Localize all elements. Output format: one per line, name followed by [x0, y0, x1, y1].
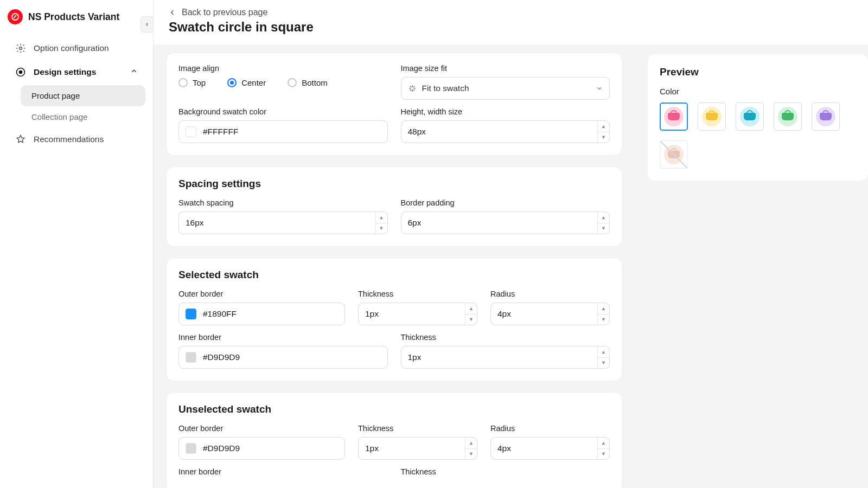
label-thickness: Thickness: [358, 290, 477, 298]
input-selected-outer-thickness[interactable]: 1px ▲▼: [358, 303, 477, 325]
sparkle-icon: [408, 84, 417, 93]
spinner-buttons[interactable]: ▲▼: [597, 438, 609, 459]
input-swatch-spacing[interactable]: 16px ▲▼: [178, 211, 388, 234]
settings-scroll[interactable]: Image align Top Center Bottom Image size…: [154, 44, 635, 488]
svg-point-1: [20, 47, 22, 50]
input-unselected-outer-thickness[interactable]: 1px ▲▼: [358, 437, 477, 460]
panel-selected-swatch: Selected swatch Outer border #1890FF Thi…: [167, 258, 622, 381]
swatch-grid: [660, 102, 856, 169]
swatch-tile[interactable]: [660, 102, 688, 131]
spinner-buttons[interactable]: ▲▼: [597, 121, 609, 143]
color-chip: [186, 443, 196, 454]
panel-unselected-swatch: Unselected swatch Outer border #D9D9D9 T…: [167, 393, 622, 488]
preview-title: Preview: [660, 66, 856, 78]
label-outer-border: Outer border: [178, 290, 345, 298]
panel-spacing: Spacing settings Swatch spacing 16px ▲▼ …: [167, 167, 622, 246]
page-header: Back to previous page Swatch circle in s…: [154, 0, 868, 44]
back-link[interactable]: Back to previous page: [169, 8, 853, 17]
section-title-unselected: Unselected swatch: [178, 403, 610, 415]
color-chip: [186, 126, 196, 137]
design-icon: [15, 67, 26, 78]
gear-icon: [15, 43, 26, 54]
brand-logo: NS Products Variant: [8, 9, 145, 36]
input-selected-inner-border[interactable]: #D9D9D9: [178, 346, 388, 369]
input-bg-swatch-color[interactable]: #FFFFFF: [178, 120, 388, 143]
swatch-tile[interactable]: [774, 102, 802, 131]
back-link-label: Back to previous page: [182, 8, 267, 17]
sidebar-item-label: Design settings: [34, 67, 96, 77]
label-image-align: Image align: [178, 64, 388, 73]
sidebar-item-label: Option configuration: [34, 43, 109, 53]
section-title-spacing: Spacing settings: [178, 178, 610, 190]
radio-align-bottom[interactable]: Bottom: [288, 78, 328, 87]
radio-align-top[interactable]: Top: [178, 78, 206, 87]
radio-align-center[interactable]: Center: [227, 78, 266, 87]
swatch-tile[interactable]: [812, 102, 840, 131]
sidebar-item-design-settings[interactable]: Design settings: [8, 60, 145, 84]
label-border-padding: Border padding: [401, 198, 610, 207]
preview-option-label: Color: [660, 87, 856, 96]
label-height-width: Height, width size: [401, 107, 610, 116]
spinner-buttons[interactable]: ▲▼: [597, 212, 609, 234]
input-unselected-outer-border[interactable]: #D9D9D9: [178, 437, 345, 460]
label-outer-border: Outer border: [178, 424, 345, 433]
sidebar: NS Products Variant Option configuration…: [0, 0, 154, 488]
label-bg-swatch-color: Background swatch color: [178, 107, 388, 116]
sidebar-item-option-configuration[interactable]: Option configuration: [8, 36, 145, 60]
chevron-left-icon: [169, 9, 176, 16]
svg-point-3: [20, 71, 22, 74]
spinner-buttons[interactable]: ▲▼: [375, 212, 387, 234]
spinner-buttons[interactable]: ▲▼: [597, 303, 609, 325]
label-image-size-fit: Image size fit: [401, 64, 610, 73]
page-title: Swatch circle in square: [169, 20, 853, 35]
logo-icon: [8, 9, 23, 24]
select-image-size-fit[interactable]: Fit to swatch: [401, 77, 610, 100]
subnav-product-page[interactable]: Product page: [21, 85, 145, 106]
color-chip: [186, 352, 196, 363]
spinner-buttons[interactable]: ▲▼: [465, 438, 477, 459]
input-selected-radius[interactable]: 4px ▲▼: [490, 303, 610, 325]
spinner-buttons[interactable]: ▲▼: [597, 346, 609, 368]
panel-image: Image align Top Center Bottom Image size…: [167, 53, 622, 155]
label-radius: Radius: [490, 290, 610, 298]
input-height-width[interactable]: 48px ▲▼: [401, 120, 610, 143]
preview-pane: Preview Color: [635, 44, 868, 488]
label-swatch-spacing: Swatch spacing: [178, 198, 388, 207]
label-radius: Radius: [490, 424, 610, 433]
star-icon: [15, 134, 26, 145]
main: Back to previous page Swatch circle in s…: [154, 0, 868, 488]
input-border-padding[interactable]: 6px ▲▼: [401, 211, 610, 234]
sidebar-item-recommendations[interactable]: Recommendations: [8, 127, 145, 151]
label-inner-border: Inner border: [178, 333, 388, 342]
section-title-selected: Selected swatch: [178, 269, 610, 281]
input-selected-outer-border[interactable]: #1890FF: [178, 303, 345, 325]
sidebar-item-label: Recommendations: [34, 134, 104, 144]
collapse-sidebar-button[interactable]: [141, 16, 154, 33]
chevron-down-icon: [596, 85, 603, 92]
label-thickness: Thickness: [401, 467, 610, 476]
subnav-collection-page[interactable]: Collection page: [21, 106, 145, 127]
label-inner-border: Inner border: [178, 467, 388, 476]
chevron-up-icon: [130, 67, 138, 77]
swatch-tile[interactable]: [660, 140, 688, 169]
input-selected-inner-thickness[interactable]: 1px ▲▼: [401, 346, 610, 369]
swatch-tile[interactable]: [736, 102, 764, 131]
label-thickness: Thickness: [401, 333, 610, 342]
color-chip: [186, 309, 196, 319]
label-thickness: Thickness: [358, 424, 477, 433]
spinner-buttons[interactable]: ▲▼: [465, 303, 477, 325]
brand-name: NS Products Variant: [28, 11, 119, 23]
input-unselected-radius[interactable]: 4px ▲▼: [490, 437, 610, 460]
swatch-tile[interactable]: [698, 102, 726, 131]
preview-card: Preview Color: [648, 54, 868, 181]
